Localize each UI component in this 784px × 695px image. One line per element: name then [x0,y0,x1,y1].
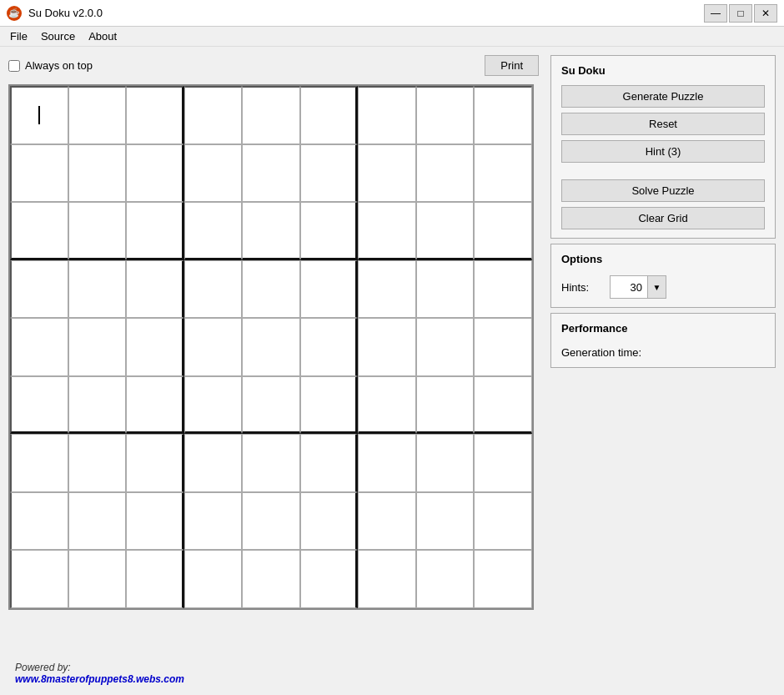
cell-input[interactable] [475,203,531,258]
cell-input[interactable] [359,203,415,258]
sudoku-cell[interactable] [416,86,475,144]
cell-input[interactable] [359,551,415,607]
sudoku-cell[interactable] [68,260,127,319]
cell-input[interactable] [69,88,126,144]
cell-input[interactable] [127,377,182,432]
cell-input[interactable] [243,435,299,491]
cell-input[interactable] [417,88,474,144]
cell-input[interactable] [475,435,531,491]
restore-button[interactable]: □ [729,4,752,23]
cell-input[interactable] [185,435,242,491]
cell-input[interactable] [475,145,531,202]
cell-input[interactable] [475,377,531,432]
sudoku-cell[interactable] [10,144,68,203]
sudoku-cell[interactable] [10,260,68,319]
sudoku-cell[interactable] [126,434,184,492]
sudoku-cell[interactable] [126,376,184,435]
cell-input[interactable] [69,319,126,375]
sudoku-cell[interactable] [300,202,359,260]
footer-link[interactable]: www.8masterofpuppets8.webs.com [15,673,184,685]
cell-input[interactable] [127,551,182,607]
cell-input[interactable] [69,203,126,258]
sudoku-cell[interactable] [126,260,184,319]
cell-input[interactable] [185,377,242,432]
cell-input[interactable] [243,377,299,432]
cell-input[interactable] [12,493,68,550]
cell-input[interactable] [475,493,531,550]
sudoku-cell[interactable] [184,86,243,144]
sudoku-cell[interactable] [68,144,127,203]
cell-input[interactable] [417,551,474,607]
generate-puzzle-button[interactable]: Generate Puzzle [561,85,765,108]
sudoku-cell[interactable] [68,550,127,608]
cell-input[interactable] [301,203,356,258]
sudoku-cell[interactable] [10,550,68,608]
cell-input[interactable] [185,319,242,375]
sudoku-cell[interactable] [10,202,68,260]
cell-input[interactable] [243,319,299,375]
sudoku-cell[interactable] [416,434,475,492]
sudoku-cell[interactable] [184,202,243,260]
sudoku-cell[interactable] [184,434,243,492]
cell-input[interactable] [417,435,474,491]
hints-select-wrapper[interactable]: ▼ [610,275,666,299]
cell-input[interactable] [243,145,299,202]
sudoku-cell[interactable] [474,550,532,608]
menu-source[interactable]: Source [34,28,82,44]
sudoku-cell[interactable] [242,86,300,144]
sudoku-cell[interactable] [416,550,475,608]
cell-input[interactable] [185,88,242,144]
cell-input[interactable] [475,261,531,318]
sudoku-cell[interactable] [358,492,416,551]
sudoku-cell[interactable] [416,202,475,260]
cell-input[interactable] [475,551,531,607]
sudoku-cell[interactable] [300,318,359,376]
cell-input[interactable] [69,261,126,318]
sudoku-cell[interactable] [358,202,416,260]
clear-grid-button[interactable]: Clear Grid [561,207,765,229]
cell-input[interactable] [475,88,531,144]
cell-input[interactable] [185,493,242,550]
sudoku-cell[interactable] [184,260,243,319]
sudoku-cell[interactable] [10,318,68,376]
hints-input[interactable] [611,279,647,296]
cell-input[interactable] [69,145,126,202]
sudoku-cell[interactable] [416,144,475,203]
sudoku-cell[interactable] [358,86,416,144]
sudoku-cell[interactable] [358,434,416,492]
sudoku-cell[interactable] [242,318,300,376]
sudoku-cell[interactable] [242,144,300,203]
cell-input[interactable] [301,319,356,375]
sudoku-cell[interactable] [68,202,127,260]
sudoku-cell[interactable] [68,318,127,376]
cell-input[interactable] [417,145,474,202]
cell-input[interactable] [12,261,68,318]
sudoku-cell[interactable] [242,550,300,608]
minimize-button[interactable]: — [704,4,727,23]
cell-input[interactable] [185,261,242,318]
cell-input[interactable] [301,435,356,491]
sudoku-cell[interactable] [474,144,532,203]
cell-input[interactable] [185,203,242,258]
cell-input[interactable] [301,377,356,432]
cell-input[interactable] [243,551,299,607]
cell-input[interactable] [69,493,126,550]
sudoku-cell[interactable] [300,86,359,144]
cell-input[interactable] [127,319,182,375]
cell-input[interactable] [69,435,126,491]
sudoku-cell[interactable] [10,86,68,144]
cell-input[interactable] [359,377,415,432]
hint-button[interactable]: Hint (3) [561,140,765,163]
sudoku-cell[interactable] [300,376,359,435]
cell-input[interactable] [12,145,68,202]
cell-input[interactable] [301,88,356,144]
cell-input[interactable] [127,203,182,258]
sudoku-cell[interactable] [416,492,475,551]
sudoku-cell[interactable] [10,376,68,435]
sudoku-cell[interactable] [474,376,532,435]
menu-file[interactable]: File [3,28,34,44]
cell-input[interactable] [12,551,68,607]
cell-input[interactable] [12,435,68,491]
sudoku-cell[interactable] [474,86,532,144]
sudoku-cell[interactable] [416,376,475,435]
